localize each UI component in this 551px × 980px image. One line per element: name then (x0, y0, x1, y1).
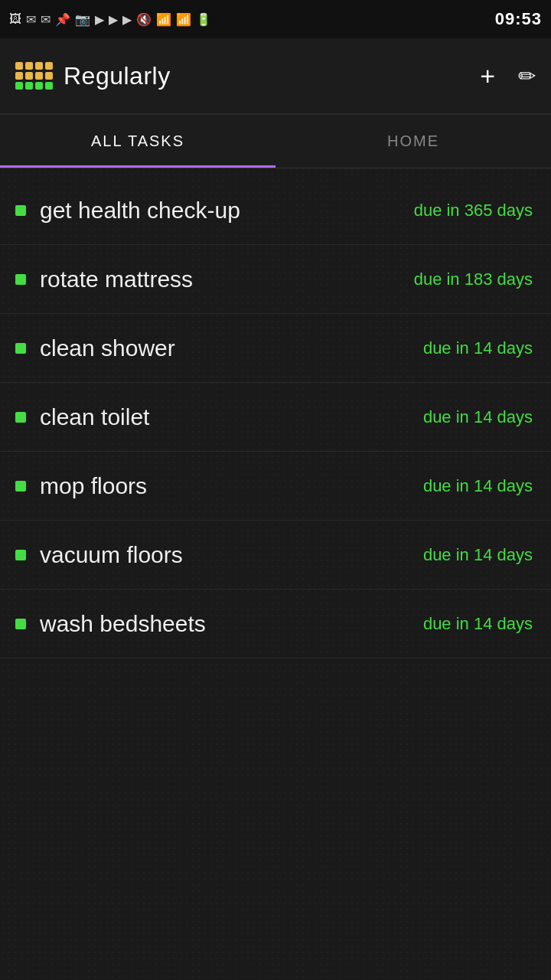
task-due-7: due in 14 days (423, 614, 533, 634)
task-left-5: mop floors (15, 473, 147, 499)
task-item-2[interactable]: rotate mattressdue in 183 days (0, 245, 551, 314)
task-due-6: due in 14 days (423, 545, 533, 565)
logo-dot-2 (35, 62, 43, 70)
task-item-3[interactable]: clean showerdue in 14 days (0, 314, 551, 383)
wifi-icon: 📶 (156, 12, 171, 27)
logo-dot-1 (25, 62, 33, 70)
task-item-5[interactable]: mop floorsdue in 14 days (0, 452, 551, 521)
app-logo-area: Regularly (15, 62, 480, 90)
app-bar-actions: + ✏ (480, 61, 536, 91)
logo-dot-0 (15, 62, 23, 70)
play2-icon: ▶ (109, 12, 118, 27)
task-list: get health check-updue in 365 daysrotate… (0, 168, 551, 666)
app-logo (15, 62, 53, 90)
task-due-2: due in 183 days (414, 270, 533, 289)
task-name-4: clean toilet (40, 404, 149, 430)
task-left-7: wash bedsheets (15, 611, 206, 637)
image-icon: 🖼 (9, 12, 21, 26)
logo-dot-7 (45, 72, 53, 80)
status-bar: 🖼 ✉ ✉ 📌 📷 ▶ ▶ ▶ 🔇 📶 📶 🔋 09:53 (0, 0, 551, 38)
task-item-6[interactable]: vacuum floorsdue in 14 days (0, 521, 551, 590)
task-name-5: mop floors (40, 473, 147, 499)
email2-icon: ✉ (41, 12, 51, 27)
battery-icon: 🔋 (196, 12, 211, 27)
task-due-1: due in 365 days (414, 201, 533, 220)
play3-icon: ▶ (122, 12, 132, 27)
logo-dot-4 (15, 72, 23, 80)
task-name-7: wash bedsheets (40, 611, 206, 637)
app-title: Regularly (64, 62, 171, 90)
task-item-1[interactable]: get health check-updue in 365 days (0, 176, 551, 245)
task-name-1: get health check-up (40, 198, 240, 224)
task-name-2: rotate mattress (40, 266, 193, 292)
task-due-3: due in 14 days (423, 338, 533, 358)
status-icons-left: 🖼 ✉ ✉ 📌 📷 ▶ ▶ ▶ 🔇 📶 📶 🔋 (9, 12, 211, 27)
task-left-2: rotate mattress (15, 266, 193, 292)
task-bullet-3 (15, 343, 26, 354)
camera-icon: 📷 (75, 12, 90, 27)
pin-icon: 📌 (55, 12, 70, 27)
add-button[interactable]: + (480, 61, 495, 91)
play1-icon: ▶ (95, 12, 104, 27)
task-left-6: vacuum floors (15, 542, 183, 568)
logo-dot-5 (25, 72, 33, 80)
task-name-6: vacuum floors (40, 542, 183, 568)
tab-bar: ALL TASKS HOME (0, 115, 551, 168)
mute-icon: 🔇 (136, 12, 152, 27)
task-item-7[interactable]: wash bedsheetsdue in 14 days (0, 590, 551, 658)
app-bar: Regularly + ✏ (0, 38, 551, 115)
task-bullet-2 (15, 274, 26, 285)
task-bullet-1 (15, 205, 26, 216)
tab-all-tasks[interactable]: ALL TASKS (0, 115, 276, 168)
task-bullet-5 (15, 481, 26, 492)
email-icon: ✉ (26, 12, 36, 27)
task-left-1: get health check-up (15, 198, 240, 224)
task-item-4[interactable]: clean toiletdue in 14 days (0, 383, 551, 452)
logo-dot-9 (25, 82, 33, 90)
signal-icon: 📶 (176, 12, 191, 27)
logo-dot-8 (15, 82, 23, 90)
edit-button[interactable]: ✏ (518, 64, 536, 89)
status-time: 09:53 (495, 9, 542, 29)
task-due-5: due in 14 days (423, 476, 533, 496)
task-bullet-4 (15, 412, 26, 423)
task-left-4: clean toilet (15, 404, 149, 430)
task-bullet-6 (15, 550, 26, 560)
task-left-3: clean shower (15, 335, 175, 361)
task-name-3: clean shower (40, 335, 175, 361)
tab-home[interactable]: HOME (276, 115, 551, 168)
logo-dot-6 (35, 72, 43, 80)
logo-dot-3 (45, 62, 53, 70)
task-bullet-7 (15, 619, 26, 629)
task-due-4: due in 14 days (423, 407, 533, 427)
logo-dot-11 (45, 82, 53, 90)
logo-dot-10 (35, 82, 43, 90)
